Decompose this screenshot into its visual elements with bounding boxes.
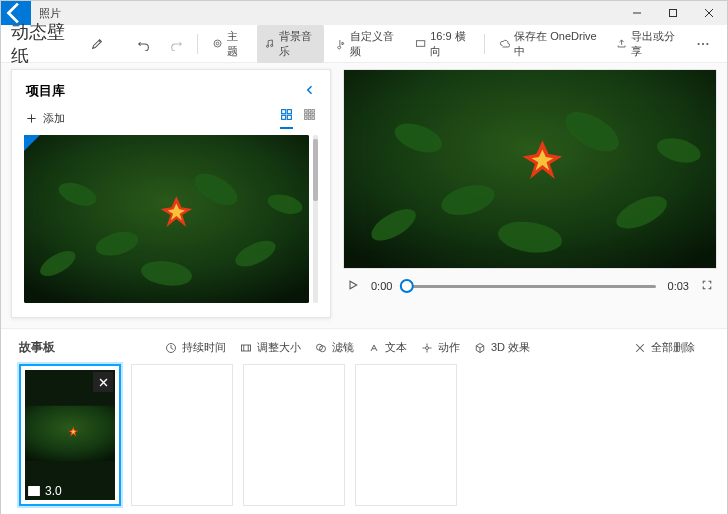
seek-slider[interactable] (404, 285, 655, 288)
aspect-button[interactable]: 16:9 横向 (408, 25, 477, 63)
svg-point-8 (706, 42, 708, 44)
add-button[interactable]: 添加 (26, 111, 65, 126)
save-cloud-label: 保存在 OneDrive 中 (514, 29, 597, 59)
svg-rect-9 (282, 110, 286, 114)
theme-button[interactable]: 主题 (205, 25, 253, 63)
storyboard-card-empty[interactable] (355, 364, 457, 506)
rename-button[interactable] (83, 33, 111, 55)
svg-point-7 (702, 42, 704, 44)
svg-rect-16 (305, 113, 307, 115)
svg-rect-0 (670, 10, 677, 17)
filter-button[interactable]: 滤镜 (315, 340, 354, 355)
3d-effects-button[interactable]: 3D 效果 (474, 340, 530, 355)
svg-rect-44 (25, 406, 115, 461)
image-icon (27, 484, 41, 498)
current-time: 0:00 (371, 280, 392, 292)
project-title: 动态壁纸 (11, 20, 73, 68)
library-thumbnail[interactable] (24, 135, 309, 303)
svg-point-2 (216, 42, 219, 45)
theme-label: 主题 (227, 29, 246, 59)
toolbar: 动态壁纸 主题 背景音乐 自定义音频 16:9 横向 (1, 25, 727, 63)
svg-rect-19 (305, 117, 307, 119)
minimize-button[interactable] (619, 1, 655, 25)
storyboard-card[interactable]: 3.0 (19, 364, 121, 506)
library-scrollbar[interactable] (313, 135, 318, 303)
svg-rect-15 (312, 110, 314, 112)
remove-card-button[interactable] (93, 372, 113, 392)
svg-point-3 (266, 45, 268, 47)
export-share-button[interactable]: 导出或分享 (609, 25, 685, 63)
preview-pane: 0:00 0:03 (343, 69, 717, 318)
svg-rect-17 (308, 113, 310, 115)
custom-audio-label: 自定义音频 (350, 29, 397, 59)
svg-rect-14 (308, 110, 310, 112)
save-cloud-button[interactable]: 保存在 OneDrive 中 (492, 25, 605, 63)
svg-rect-12 (287, 115, 291, 119)
aspect-label: 16:9 横向 (430, 29, 470, 59)
svg-rect-10 (287, 110, 291, 114)
storyboard: 故事板 持续时间 调整大小 滤镜 文本 动作 (1, 328, 727, 514)
view-small-grid-icon[interactable] (303, 108, 316, 129)
maximize-button[interactable] (655, 1, 691, 25)
svg-rect-5 (416, 41, 424, 47)
svg-rect-20 (308, 117, 310, 119)
custom-audio-button[interactable]: 自定义音频 (328, 25, 404, 63)
library-title: 项目库 (26, 82, 65, 100)
card-duration: 3.0 (45, 484, 62, 498)
title-bar: 照片 (1, 1, 727, 25)
bg-music-label: 背景音乐 (279, 29, 317, 59)
redo-button[interactable] (162, 33, 190, 55)
view-large-grid-icon[interactable] (280, 108, 293, 129)
used-corner-icon (24, 135, 40, 151)
svg-rect-18 (312, 113, 314, 115)
delete-all-button[interactable]: 全部删除 (634, 340, 695, 355)
bg-music-button[interactable]: 背景音乐 (257, 25, 324, 63)
app-title: 照片 (39, 6, 619, 21)
export-share-label: 导出或分享 (631, 29, 678, 59)
svg-rect-13 (305, 110, 307, 112)
add-label: 添加 (43, 111, 65, 126)
storyboard-title: 故事板 (19, 339, 55, 356)
motion-button[interactable]: 动作 (421, 340, 460, 355)
close-button[interactable] (691, 1, 727, 25)
seek-knob[interactable] (400, 279, 414, 293)
more-button[interactable] (689, 33, 717, 55)
undo-button[interactable] (130, 33, 158, 55)
duration-button[interactable]: 持续时间 (165, 340, 226, 355)
library-panel: 项目库 添加 (11, 69, 331, 318)
storyboard-card-empty[interactable] (243, 364, 345, 506)
preview-image (343, 69, 717, 269)
svg-rect-11 (282, 115, 286, 119)
collapse-button[interactable] (304, 84, 316, 99)
svg-rect-21 (312, 117, 314, 119)
svg-point-6 (698, 42, 700, 44)
storyboard-card-empty[interactable] (131, 364, 233, 506)
play-button[interactable] (347, 279, 359, 293)
svg-point-1 (214, 40, 221, 47)
fullscreen-button[interactable] (701, 279, 713, 293)
resize-button[interactable]: 调整大小 (240, 340, 301, 355)
svg-point-42 (426, 346, 429, 349)
svg-point-4 (270, 45, 272, 47)
svg-rect-39 (242, 345, 251, 351)
text-button[interactable]: 文本 (368, 340, 407, 355)
total-time: 0:03 (668, 280, 689, 292)
